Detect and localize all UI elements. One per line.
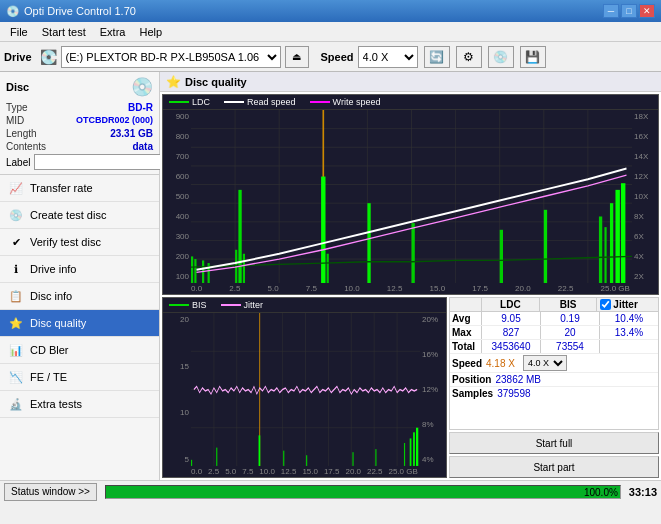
maximize-button[interactable]: □ [621, 4, 637, 18]
disc-type-value: BD-R [128, 102, 153, 113]
disc-button[interactable]: 💿 [488, 46, 514, 68]
svg-rect-19 [194, 259, 196, 283]
menubar: File Start test Extra Help [0, 22, 661, 42]
sidebar-item-disc-quality-label: Disc quality [30, 317, 86, 329]
start-full-button[interactable]: Start full [449, 432, 659, 454]
svg-rect-53 [306, 455, 307, 466]
stats-total-row: Total 3453640 73554 [450, 340, 658, 354]
svg-rect-34 [615, 190, 619, 283]
chart-title: Disc quality [185, 76, 247, 88]
svg-rect-29 [500, 230, 503, 283]
verify-test-disc-icon: ✔ [8, 234, 24, 250]
legend-read-speed: Read speed [224, 97, 296, 107]
transfer-rate-icon: 📈 [8, 180, 24, 196]
chart-area: ⭐ Disc quality LDC Read speed [160, 72, 661, 480]
app-icon: 💿 [6, 5, 20, 18]
legend-ldc: LDC [169, 97, 210, 107]
svg-rect-58 [413, 432, 415, 466]
svg-rect-51 [259, 435, 261, 466]
sidebar-item-verify-test-disc-label: Verify test disc [30, 236, 101, 248]
sidebar-item-verify-test-disc[interactable]: ✔ Verify test disc [0, 229, 159, 256]
top-chart-legend: LDC Read speed Write speed [163, 95, 658, 110]
disc-contents-label: Contents [6, 141, 46, 152]
sidebar-item-transfer-rate[interactable]: 📈 Transfer rate [0, 175, 159, 202]
minimize-button[interactable]: ─ [603, 4, 619, 18]
disc-type-label: Type [6, 102, 28, 113]
svg-rect-33 [610, 203, 613, 283]
sidebar-item-drive-info[interactable]: ℹ Drive info [0, 256, 159, 283]
svg-rect-49 [191, 460, 192, 466]
save-button[interactable]: 💾 [520, 46, 546, 68]
statusbar: Status window >> 100.0% 33:13 [0, 480, 661, 502]
top-chart: 900800700600500400300200100 [163, 110, 658, 283]
svg-rect-56 [404, 443, 405, 466]
disc-contents-row: Contents data [6, 141, 153, 152]
sidebar-item-drive-info-label: Drive info [30, 263, 76, 275]
svg-rect-54 [352, 452, 353, 466]
sidebar-item-create-test-disc[interactable]: 💿 Create test disc [0, 202, 159, 229]
drive-info-icon: ℹ [8, 261, 24, 277]
sidebar-item-cd-bler[interactable]: 📊 CD Bler [0, 337, 159, 364]
svg-rect-59 [416, 428, 418, 466]
bottom-section: BIS Jitter 2015105 [162, 297, 659, 478]
disc-label-label: Label [6, 157, 30, 168]
disc-label-row: Label 🔍 [6, 154, 153, 170]
top-chart-xaxis: 0.02.55.07.510.012.515.017.520.022.525.0… [163, 283, 658, 294]
stats-position-row: Position 23862 MB [450, 373, 658, 387]
progress-bar [106, 486, 620, 498]
disc-label-input[interactable] [34, 154, 163, 170]
app-title: Opti Drive Control 1.70 [24, 5, 136, 17]
refresh-button[interactable]: 🔄 [424, 46, 450, 68]
eject-button[interactable]: ⏏ [285, 46, 309, 68]
drivebar: Drive 💽 (E:) PLEXTOR BD-R PX-LB950SA 1.0… [0, 42, 661, 72]
time-display: 33:13 [629, 486, 657, 498]
svg-rect-25 [321, 177, 325, 283]
titlebar-controls: ─ □ ✕ [603, 4, 655, 18]
disc-length-value: 23.31 GB [110, 128, 153, 139]
sidebar-item-fe-te[interactable]: 📉 FE / TE [0, 364, 159, 391]
disc-mid-label: MID [6, 115, 24, 126]
status-window-button[interactable]: Status window >> [4, 483, 97, 501]
menu-start-test[interactable]: Start test [36, 24, 92, 40]
stats-ldc-header: LDC [482, 298, 540, 311]
sidebar-item-fe-te-label: FE / TE [30, 371, 67, 383]
svg-rect-55 [375, 449, 376, 466]
sidebar-item-extra-tests-label: Extra tests [30, 398, 82, 410]
stats-header: LDC BIS Jitter [450, 298, 658, 312]
svg-rect-23 [238, 190, 241, 283]
bottom-chart-xaxis: 0.02.55.07.510.012.515.017.520.022.525.0… [163, 466, 446, 477]
main-layout: Disc 💿 Type BD-R MID OTCBDR002 (000) Len… [0, 72, 661, 480]
svg-rect-27 [367, 203, 370, 283]
disc-info-icon: 📋 [8, 288, 24, 304]
close-button[interactable]: ✕ [639, 4, 655, 18]
jitter-checkbox[interactable] [600, 299, 611, 310]
settings-button[interactable]: ⚙ [456, 46, 482, 68]
stats-bis-header: BIS [540, 298, 598, 311]
action-buttons: Start full Start part [449, 432, 659, 478]
disc-length-row: Length 23.31 GB [6, 128, 153, 139]
start-part-button[interactable]: Start part [449, 456, 659, 478]
speed-result-select[interactable]: 4.0 X [523, 355, 567, 371]
svg-rect-26 [327, 254, 329, 283]
drive-select[interactable]: (E:) PLEXTOR BD-R PX-LB950SA 1.06 [61, 46, 281, 68]
bottom-chart-legend: BIS Jitter [163, 298, 446, 313]
speed-select[interactable]: 4.0 X [358, 46, 418, 68]
menu-file[interactable]: File [4, 24, 34, 40]
create-test-disc-icon: 💿 [8, 207, 24, 223]
titlebar-title: 💿 Opti Drive Control 1.70 [6, 5, 136, 18]
sidebar-item-disc-quality[interactable]: ⭐ Disc quality [0, 310, 159, 337]
progress-text: 100.0% [584, 486, 618, 500]
disc-icon: 💿 [131, 76, 153, 98]
legend-jitter: Jitter [221, 300, 264, 310]
menu-help[interactable]: Help [133, 24, 168, 40]
sidebar-item-cd-bler-label: CD Bler [30, 344, 69, 356]
sidebar-item-extra-tests[interactable]: 🔬 Extra tests [0, 391, 159, 418]
disc-mid-value: OTCBDR002 (000) [76, 115, 153, 126]
speed-label: Speed [321, 51, 354, 63]
drive-icon: 💽 [40, 49, 57, 65]
menu-extra[interactable]: Extra [94, 24, 132, 40]
stats-samples-row: Samples 379598 [450, 387, 658, 400]
sidebar-item-disc-info[interactable]: 📋 Disc info [0, 283, 159, 310]
chart-header: ⭐ Disc quality [160, 72, 661, 92]
stats-max-row: Max 827 20 13.4% [450, 326, 658, 340]
